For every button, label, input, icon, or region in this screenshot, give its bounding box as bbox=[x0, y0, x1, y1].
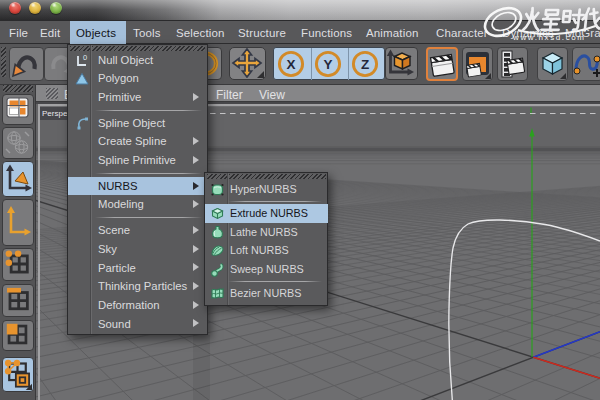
svg-text:Y: Y bbox=[323, 57, 332, 72]
svg-text:0: 0 bbox=[83, 53, 87, 62]
svg-text:Z: Z bbox=[360, 57, 368, 72]
svg-text:www.hxsd.com: www.hxsd.com bbox=[512, 33, 586, 42]
svg-text:X: X bbox=[286, 57, 295, 72]
